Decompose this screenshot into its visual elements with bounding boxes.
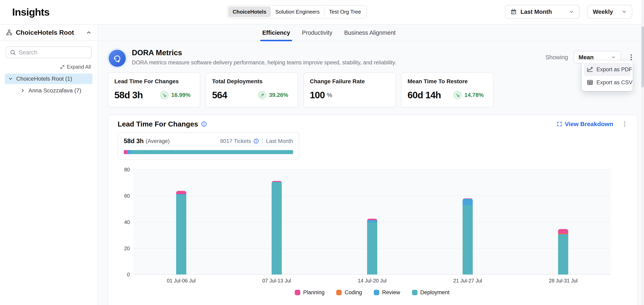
bar-segment-planning [176,191,186,194]
chart-kebab-menu-icon[interactable] [621,121,628,128]
legend-swatch [374,290,379,295]
legend-label: Coding [344,289,362,296]
progress-segment-planning [124,150,127,154]
legend-item-deployment[interactable]: Deployment [412,289,450,296]
chart-column [324,170,420,275]
org-tab-test-org-tree[interactable]: Test Org Tree [324,6,366,17]
bar-segment-deployment [367,222,377,275]
divider [262,138,263,144]
expand-diagonal-icon [60,65,65,69]
chevron-down-icon [622,9,627,14]
progress-segment-review [127,150,131,154]
table-icon [587,79,593,86]
collapse-chevron-up-icon[interactable] [86,30,92,35]
bar-segment-deployment [176,195,186,275]
chart-column [229,170,324,275]
expand-all-label: Expand All [67,64,91,70]
progress-segment-deployment [131,150,293,154]
stacked-bar[interactable] [272,181,282,275]
org-tree: ChoiceHotels Root (1) Anna Scozzafava (7… [5,73,92,96]
expand-all-button[interactable]: Expand All [0,64,97,70]
card-delta: 16.99% [171,92,190,98]
tree-item-label: ChoiceHotels Root (1) [16,75,72,82]
menu-item-label: Export as CSV [596,79,632,86]
x-axis-label: 07 Jul-13 Jul [229,278,324,284]
trend-up-icon: ↗ [258,91,266,99]
summary-suffix: (Average) [146,138,170,144]
summary-period: Last Month [266,138,293,144]
scrollbar-thumb[interactable] [642,26,644,87]
menu-item-export-pdf[interactable]: Export as PDF [584,63,630,76]
y-axis-tick: 0 [118,272,130,278]
tree-item-anna-scozzafava[interactable]: Anna Scozzafava (7) [17,85,92,96]
summary-progress-bar [124,150,293,154]
tickets-count: 8017 Tickets [220,138,251,144]
granularity-select-value: Weekly [593,8,613,15]
x-axis-label: 21 Jul-27 Jul [420,278,516,284]
legend-label: Review [382,289,400,296]
search-icon [10,49,16,55]
info-icon[interactable] [201,121,207,127]
menu-item-label: Export as PDF [596,66,632,73]
card-title: Mean Time To Restore [408,78,487,85]
y-axis-tick: 60 [118,193,130,199]
tab-business-alignment[interactable]: Business Alignment [344,24,396,41]
tree-item-choicehotels-root[interactable]: ChoiceHotels Root (1) [5,73,92,84]
card-value: 100 [310,89,325,100]
card-total-deployments: Total Deployments 564 ↗ 39.26% [206,72,298,107]
chart-columns [134,170,611,275]
page-title: Insights [12,6,50,18]
stacked-bar[interactable] [367,219,377,275]
line-chart-icon [587,66,593,73]
trend-down-icon: ↘ [160,91,169,99]
card-change-failure-rate: Change Failure Rate 100 % [303,72,396,107]
legend-swatch [336,290,342,295]
legend-item-coding[interactable]: Coding [336,289,362,296]
org-hierarchy-icon [6,29,12,36]
x-axis-label: 28 Jul-31 Jul [516,278,611,284]
tab-efficiency[interactable]: Efficiency [262,24,290,41]
legend-item-planning[interactable]: Planning [295,289,324,296]
lead-time-title: Lead Time For Changes [118,120,198,128]
stacked-bar[interactable] [558,229,568,275]
card-title: Change Failure Rate [310,78,389,85]
sidebar-root-title: ChoiceHotels Root [16,29,83,36]
y-axis-tick: 40 [118,219,130,225]
granularity-select[interactable]: Weekly [588,5,632,19]
y-axis-tick: 80 [118,167,130,173]
legend-swatch [412,290,418,295]
tab-productivity[interactable]: Productivity [302,24,332,41]
lead-time-chart: 020406080 01 Jul-06 Jul07 Jul-13 Jul14 J… [118,170,628,296]
chevron-down-icon[interactable] [8,76,13,81]
view-breakdown-button[interactable]: View Breakdown [557,121,613,128]
sidebar-search[interactable] [6,46,92,58]
org-tab-choicehotels[interactable]: ChoiceHotels [228,6,271,17]
period-select[interactable]: Last Month [505,5,580,19]
main-content: Efficiency Productivity Business Alignme… [98,24,644,305]
export-dropdown-menu: Export as PDF Export as CSV [582,61,632,91]
chevron-down-icon [569,9,574,14]
top-bar: Insights ChoiceHotels Solution Engineers… [0,0,644,24]
card-unit: % [327,92,332,98]
dora-metrics-header: DORA Metrics DORA metrics measure softwa… [98,41,644,67]
trend-down-icon: ↘ [453,91,462,99]
legend-item-review[interactable]: Review [374,289,400,296]
menu-item-export-csv[interactable]: Export as CSV [584,76,630,89]
dora-kebab-menu-icon[interactable] [626,53,636,62]
chart-legend: PlanningCodingReviewDeployment [134,289,611,296]
search-input[interactable] [19,49,88,56]
card-title: Total Deployments [212,78,292,85]
tree-item-label: Anna Scozzafava (7) [28,87,81,94]
dora-description: DORA metrics measure software delivery p… [132,59,396,66]
stacked-bar[interactable] [462,198,473,275]
chart-column [420,170,516,275]
scrollbar-track[interactable] [641,0,644,305]
chevron-right-icon[interactable] [20,88,25,93]
chevron-down-icon [611,55,616,60]
org-tab-solution-engineers[interactable]: Solution Engineers [271,6,324,17]
card-title: Lead Time For Changes [114,78,194,85]
dora-cycle-icon [109,50,126,67]
info-icon[interactable] [253,138,259,144]
card-mean-time-to-restore: Mean Time To Restore 60d 14h ↘ 14.78% [401,72,494,107]
stacked-bar[interactable] [176,191,186,275]
